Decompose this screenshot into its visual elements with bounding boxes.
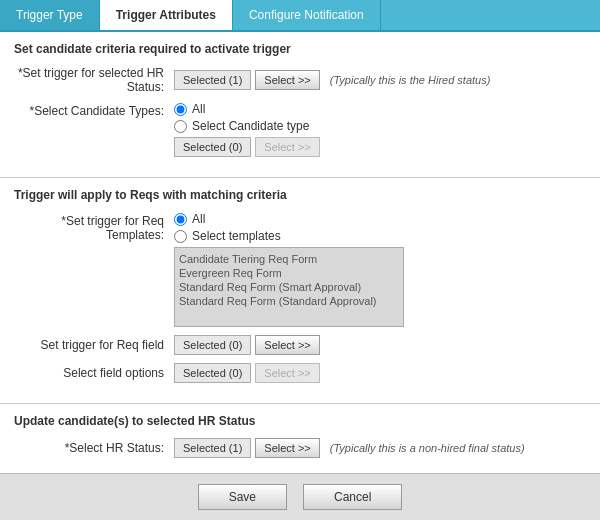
update-hr-status-selected-button[interactable]: Selected (1) xyxy=(174,438,251,458)
req-templates-row: *Set trigger for Req Templates: All Sele… xyxy=(14,212,586,327)
candidate-type-sub-controls: Selected (0) Select >> xyxy=(174,137,320,157)
req-field-selected-button[interactable]: Selected (0) xyxy=(174,335,251,355)
hr-status-hint: (Typically this is the Hired status) xyxy=(330,74,491,86)
section3-title: Update candidate(s) to selected HR Statu… xyxy=(14,414,586,428)
req-templates-controls: All Select templates Candidate Tiering R… xyxy=(174,212,404,327)
section-update-hr-status: Update candidate(s) to selected HR Statu… xyxy=(0,404,600,478)
req-templates-all-label: All xyxy=(192,212,205,226)
update-hr-status-select-button[interactable]: Select >> xyxy=(255,438,319,458)
candidate-types-controls: All Select Candidate type Selected (0) S… xyxy=(174,102,320,157)
tab-configure-notification[interactable]: Configure Notification xyxy=(233,0,381,30)
req-templates-all-radio[interactable] xyxy=(174,213,187,226)
update-hr-status-row: *Select HR Status: Selected (1) Select >… xyxy=(14,438,586,458)
req-field-controls: Selected (0) Select >> xyxy=(174,335,320,355)
update-hr-status-hint: (Typically this is a non-hired final sta… xyxy=(330,442,525,454)
hr-status-row: *Set trigger for selected HR Status: Sel… xyxy=(14,66,586,94)
candidate-types-radio-group: All Select Candidate type xyxy=(174,102,320,133)
field-options-row: Select field options Selected (0) Select… xyxy=(14,363,586,383)
candidate-type-select-label: Select Candidate type xyxy=(192,119,309,133)
req-templates-select-row: Select templates xyxy=(174,229,404,243)
template-list-item: Standard Req Form (Smart Approval) xyxy=(179,280,399,294)
field-options-selected-button[interactable]: Selected (0) xyxy=(174,363,251,383)
tab-trigger-attributes[interactable]: Trigger Attributes xyxy=(100,0,233,30)
template-list-item: Evergreen Req Form xyxy=(179,266,399,280)
req-field-select-button[interactable]: Select >> xyxy=(255,335,319,355)
candidate-types-row: *Select Candidate Types: All Select Cand… xyxy=(14,102,586,157)
section2-title: Trigger will apply to Reqs with matching… xyxy=(14,188,586,202)
footer: Save Cancel xyxy=(0,473,600,520)
hr-status-select-button[interactable]: Select >> xyxy=(255,70,319,90)
candidate-type-select-row: Select Candidate type xyxy=(174,119,320,133)
field-options-label: Select field options xyxy=(14,366,174,380)
hr-status-controls: Selected (1) Select >> (Typically this i… xyxy=(174,70,490,90)
field-options-controls: Selected (0) Select >> xyxy=(174,363,320,383)
update-hr-status-label: *Select HR Status: xyxy=(14,441,174,455)
candidate-type-all-radio[interactable] xyxy=(174,103,187,116)
tab-bar: Trigger Type Trigger Attributes Configur… xyxy=(0,0,600,32)
save-button[interactable]: Save xyxy=(198,484,287,510)
req-field-row: Set trigger for Req field Selected (0) S… xyxy=(14,335,586,355)
candidate-type-select-radio[interactable] xyxy=(174,120,187,133)
req-templates-label: *Set trigger for Req Templates: xyxy=(14,212,174,242)
section-candidate-criteria: Set candidate criteria required to activ… xyxy=(0,32,600,178)
req-templates-select-radio[interactable] xyxy=(174,230,187,243)
candidate-type-selected-button[interactable]: Selected (0) xyxy=(174,137,251,157)
update-hr-status-controls: Selected (1) Select >> (Typically this i… xyxy=(174,438,525,458)
template-list: Candidate Tiering Req Form Evergreen Req… xyxy=(174,247,404,327)
cancel-button[interactable]: Cancel xyxy=(303,484,402,510)
section-req-criteria: Trigger will apply to Reqs with matching… xyxy=(0,178,600,404)
template-list-item: Standard Req Form (Standard Approval) xyxy=(179,294,399,308)
req-templates-all-row: All xyxy=(174,212,404,226)
req-field-label: Set trigger for Req field xyxy=(14,338,174,352)
req-templates-radio-group: All Select templates xyxy=(174,212,404,243)
field-options-select-button: Select >> xyxy=(255,363,319,383)
hr-status-selected-button[interactable]: Selected (1) xyxy=(174,70,251,90)
req-templates-select-label: Select templates xyxy=(192,229,281,243)
candidate-type-all-row: All xyxy=(174,102,320,116)
candidate-types-label: *Select Candidate Types: xyxy=(14,102,174,118)
hr-status-label: *Set trigger for selected HR Status: xyxy=(14,66,174,94)
candidate-type-all-label: All xyxy=(192,102,205,116)
tab-trigger-type[interactable]: Trigger Type xyxy=(0,0,100,30)
template-list-item: Candidate Tiering Req Form xyxy=(179,252,399,266)
section1-title: Set candidate criteria required to activ… xyxy=(14,42,586,56)
candidate-type-select-button: Select >> xyxy=(255,137,319,157)
